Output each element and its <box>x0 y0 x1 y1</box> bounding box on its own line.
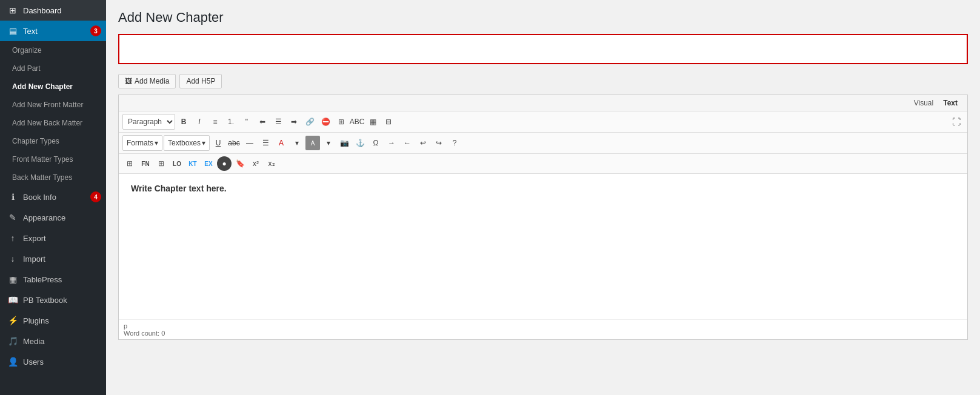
formats-chevron-icon: ▾ <box>155 139 158 147</box>
page-title: Add New Chapter <box>118 10 968 25</box>
title-input[interactable] <box>119 35 967 63</box>
sidebar-item-import[interactable]: ↓ Import <box>0 248 106 269</box>
page-break-button[interactable]: ⊟ <box>381 115 396 129</box>
export-icon: ↑ <box>7 233 18 244</box>
tab-visual[interactable]: Visual <box>909 98 938 108</box>
subscript-button[interactable]: x₂ <box>264 156 279 171</box>
sidebar-item-appearance[interactable]: ✎ Appearance <box>0 207 106 228</box>
fullscreen-button[interactable]: ⛶ <box>949 115 964 129</box>
underline-button[interactable]: U <box>211 136 225 150</box>
users-icon: 👤 <box>7 356 18 367</box>
strikethrough-button[interactable]: abc <box>227 136 241 150</box>
add-media-button[interactable]: 🖼 Add Media <box>118 74 176 88</box>
spell-check-button[interactable]: ABC <box>350 115 364 129</box>
sidebar-item-label: Front Matter Types <box>12 155 73 164</box>
sidebar-item-front-matter-types[interactable]: Front Matter Types <box>0 150 106 168</box>
sidebar-item-users[interactable]: 👤 Users <box>0 351 106 372</box>
sidebar-item-back-matter-types[interactable]: Back Matter Types <box>0 168 106 187</box>
align-center-button[interactable]: ☰ <box>271 115 285 129</box>
sidebar-item-label: Chapter Types <box>12 137 59 145</box>
sidebar-item-book-info[interactable]: ℹ Book Info 4 <box>0 187 106 207</box>
special-char-button[interactable]: Ω <box>368 136 383 150</box>
sidebar-item-label: Back Matter Types <box>12 173 72 182</box>
textboxes-chevron-icon: ▾ <box>202 139 205 147</box>
link-button[interactable]: 🔗 <box>302 115 317 129</box>
superscript-button[interactable]: x² <box>248 156 263 171</box>
sidebar-item-label: Media <box>23 337 44 346</box>
add-h5p-button[interactable]: Add H5P <box>179 74 222 88</box>
sidebar-item-label: Export <box>23 234 46 243</box>
add-media-icon: 🖼 <box>125 77 132 85</box>
background-color-picker[interactable]: ▾ <box>321 136 336 150</box>
font-color-picker[interactable]: ▾ <box>290 136 304 150</box>
media-toolbar: 🖼 Add Media Add H5P <box>118 74 968 88</box>
hr-button[interactable]: — <box>242 136 257 150</box>
editor-placeholder: Write Chapter text here. <box>131 184 955 193</box>
circle-button[interactable]: ● <box>217 156 232 171</box>
sidebar-item-plugins[interactable]: ⚡ Plugins <box>0 310 106 331</box>
sidebar-item-label: PB Textbook <box>23 296 67 305</box>
book-info-icon: ℹ <box>7 191 18 202</box>
anchor-button[interactable]: ⚓ <box>353 136 367 150</box>
sidebar-item-add-part[interactable]: Add Part <box>0 59 106 78</box>
font-color-button[interactable]: A <box>274 136 288 150</box>
sidebar-item-chapter-types[interactable]: Chapter Types <box>0 132 106 150</box>
align-right-button[interactable]: ➡ <box>287 115 301 129</box>
justify-button[interactable]: ☰ <box>258 136 273 150</box>
toolbar-row-2: Formats ▾ Textboxes ▾ U abc — ☰ A ▾ A ▾ … <box>119 133 967 154</box>
editor-container: Visual Text Paragraph B I ≡ 1. " ⬅ ☰ ➡ <box>118 95 968 340</box>
kt-button[interactable]: KT <box>185 156 200 171</box>
align-left-button[interactable]: ⬅ <box>255 115 270 129</box>
sidebar-item-export[interactable]: ↑ Export <box>0 228 106 248</box>
redo-button[interactable]: ↪ <box>432 136 446 150</box>
sidebar-item-media[interactable]: 🎵 Media <box>0 331 106 351</box>
insert-table-button[interactable]: ⊞ <box>334 115 348 129</box>
italic-button[interactable]: I <box>192 115 207 129</box>
sidebar-item-add-new-back-matter[interactable]: Add New Back Matter <box>0 114 106 132</box>
paragraph-select[interactable]: Paragraph <box>122 114 175 130</box>
blockquote-button[interactable]: " <box>239 115 254 129</box>
sidebar-item-add-new-front-matter[interactable]: Add New Front Matter <box>0 96 106 114</box>
sidebar-item-organize[interactable]: Organize <box>0 41 106 59</box>
main-content: Add New Chapter 🖼 Add Media Add H5P Visu… <box>106 0 980 395</box>
table-button[interactable]: ▦ <box>365 115 380 129</box>
sidebar-item-text[interactable]: ▤ Text 3 <box>0 21 106 41</box>
textboxes-dropdown[interactable]: Textboxes ▾ <box>164 135 210 151</box>
sidebar-item-tablepress[interactable]: ▦ TablePress <box>0 269 106 290</box>
tab-text[interactable]: Text <box>938 98 962 108</box>
ordered-list-button[interactable]: 1. <box>224 115 238 129</box>
media-icon: 🎵 <box>7 336 18 347</box>
help-button[interactable]: ? <box>447 136 462 150</box>
bookmark-button[interactable]: 🔖 <box>233 156 247 171</box>
toolbar-rows-wrapper: Paragraph B I ≡ 1. " ⬅ ☰ ➡ 🔗 ⛔ ⊞ ABC ▦ ⊟ <box>119 111 967 174</box>
sidebar-item-label: Organize <box>12 46 42 55</box>
sidebar-item-label: Book Info <box>23 193 56 202</box>
bold-button[interactable]: B <box>176 115 191 129</box>
outdent-button[interactable]: ← <box>400 136 415 150</box>
grid-button[interactable]: ⊞ <box>154 156 168 171</box>
undo-button[interactable]: ↩ <box>416 136 430 150</box>
text-icon: ▤ <box>7 25 18 36</box>
editor-footer: p Word count: 0 <box>119 319 967 339</box>
sidebar-item-pb-textbook[interactable]: 📖 PB Textbook <box>0 290 106 310</box>
background-color-button[interactable]: A <box>305 136 320 150</box>
indent-button[interactable]: → <box>384 136 399 150</box>
formats-dropdown[interactable]: Formats ▾ <box>122 135 162 151</box>
editor-body[interactable]: Write Chapter text here. <box>119 174 967 319</box>
sidebar-item-dashboard[interactable]: ⊞ Dashboard <box>0 0 106 21</box>
fn-button[interactable]: FN <box>138 156 153 171</box>
sidebar-item-add-new-chapter[interactable]: Add New Chapter <box>0 78 106 96</box>
word-count: Word count: 0 <box>124 330 962 337</box>
plugins-icon: ⚡ <box>7 315 18 326</box>
media-insert-button[interactable]: 📷 <box>337 136 352 150</box>
sidebar-item-label: Users <box>23 357 44 367</box>
unordered-list-button[interactable]: ≡ <box>208 115 222 129</box>
lo-button[interactable]: LO <box>170 156 184 171</box>
sidebar-item-label: Add New Chapter <box>12 82 73 91</box>
table-insert-button[interactable]: ⊞ <box>122 156 137 171</box>
unlink-button[interactable]: ⛔ <box>318 115 333 129</box>
ex-button[interactable]: EX <box>201 156 216 171</box>
appearance-icon: ✎ <box>7 212 18 223</box>
sidebar-item-label: Add New Back Matter <box>12 119 82 127</box>
tablepress-icon: ▦ <box>7 274 18 285</box>
